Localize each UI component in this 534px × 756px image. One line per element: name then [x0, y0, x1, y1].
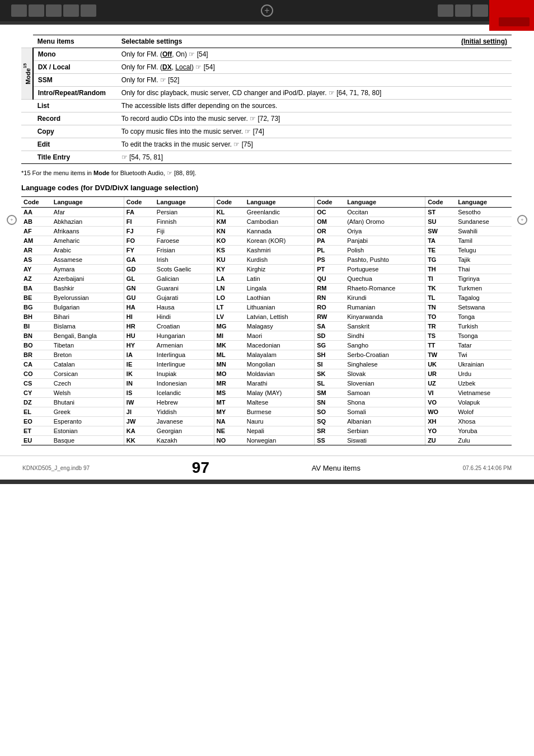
setting-mono: Only for FM. (Off, On) ☞ [54]	[117, 48, 445, 61]
menu-item-edit: Edit	[33, 138, 117, 151]
lang-code: MO	[214, 369, 245, 379]
setting-title: ☞ [54, 75, 81]	[117, 151, 445, 164]
lang-code: TK	[425, 284, 456, 293]
lang-name: Quechua	[345, 274, 425, 284]
lang-code: IS	[124, 388, 154, 398]
lang-name: Bihari	[51, 312, 124, 322]
col-header-lang5: Language	[456, 197, 512, 208]
lang-code: SW	[425, 227, 456, 236]
table-row: BHBihariHIHindiLVLatvian, LettishRWKinya…	[21, 312, 512, 322]
lang-code: NO	[214, 436, 245, 445]
lang-code: TA	[425, 236, 456, 246]
table-row: BABashkirGNGuaraniLNLingalaRMRhaeto-Roma…	[21, 284, 512, 293]
lang-name: Sanskrit	[345, 322, 425, 331]
lang-code: IK	[124, 369, 154, 379]
lang-name: Scots Gaelic	[154, 265, 214, 274]
table-row: BOTibetanHYArmenianMKMacedonianSGSanghoT…	[21, 341, 512, 350]
header-center-mark	[261, 4, 273, 17]
table-row: ABAbkhazianFIFinnishKMCambodianOM(Afan) …	[21, 217, 512, 227]
lang-code: IE	[124, 360, 154, 369]
lang-name: Nepali	[245, 426, 315, 436]
header-block-1	[11, 4, 27, 17]
lang-code: EU	[21, 436, 51, 445]
lang-code: WO	[425, 407, 456, 417]
table-row: CSCzechINIndonesianMRMarathiSLSlovenianU…	[21, 379, 512, 388]
footer-file-info: KDNXD505_J_eng.indb 97	[22, 465, 90, 471]
lang-name: Inupiak	[154, 369, 214, 379]
lang-name: Tigrinya	[456, 274, 512, 284]
red-accent	[489, 0, 534, 31]
table-row: BEByelorussianGUGujaratiLOLaothianRNKiru…	[21, 293, 512, 303]
lang-name: Somali	[345, 407, 425, 417]
lang-name: Tajik	[456, 255, 512, 265]
menu-item-copy: Copy	[33, 125, 117, 138]
lang-name: (Afan) Oromo	[345, 217, 425, 227]
lang-name: Esperanto	[51, 417, 124, 426]
lang-name: Interlingue	[154, 360, 214, 369]
lang-code: LA	[214, 274, 245, 284]
setting-copy: To copy music files into the music serve…	[117, 125, 445, 138]
table-row: Record To record audio CDs into the musi…	[21, 112, 512, 125]
lang-code: OC	[315, 208, 345, 217]
lang-code: ML	[214, 350, 245, 360]
lang-name: Fiji	[154, 227, 214, 236]
lang-name: Interlingua	[154, 350, 214, 360]
lang-code: SQ	[315, 417, 345, 426]
lang-name: Tagalog	[456, 293, 512, 303]
lang-name: Tamil	[456, 236, 512, 246]
lang-code: SM	[315, 388, 345, 398]
menu-item-ssm: SSM	[33, 74, 117, 87]
lang-code: KY	[214, 265, 245, 274]
lang-code: BI	[21, 322, 51, 331]
header-block-5	[81, 4, 96, 17]
lang-code: NA	[214, 417, 245, 426]
lang-name: Arabic	[51, 246, 124, 255]
lang-name: Javanese	[154, 417, 214, 426]
lang-code: SR	[315, 426, 345, 436]
lang-code: TG	[425, 255, 456, 265]
lang-code: MS	[214, 388, 245, 398]
col-header-code4: Code	[315, 197, 345, 208]
setting-ssm: Only for FM. ☞ [52]	[117, 74, 445, 87]
lang-code: BN	[21, 331, 51, 341]
lang-code: CS	[21, 379, 51, 388]
lang-name: Croatian	[154, 322, 214, 331]
lang-code: MI	[214, 331, 245, 341]
lang-name: Kirundi	[345, 293, 425, 303]
lang-name: Indonesian	[154, 379, 214, 388]
table-row: EUBasqueKKKazakhNONorwegianSSSiswatiZUZu…	[21, 436, 512, 445]
lang-name: Catalan	[51, 360, 124, 369]
table-row: Copy To copy music files into the music …	[21, 125, 512, 138]
table-row: CACatalanIEInterlingueMNMongolianSISingh…	[21, 360, 512, 369]
lang-name: Greek	[51, 407, 124, 417]
lang-code: MR	[214, 379, 245, 388]
header-left-decoration	[11, 4, 96, 17]
setting-edit: To edit the tracks in the music server. …	[117, 138, 445, 151]
lang-code: BA	[21, 284, 51, 293]
table-row: Intro/Repeat/Random Only for disc playba…	[21, 87, 512, 100]
lang-name: Bashkir	[51, 284, 124, 293]
table-row: BNBengali, BanglaHUHungarianMIMaoriSDSin…	[21, 331, 512, 341]
lang-code: TE	[425, 246, 456, 255]
lang-code: JW	[124, 417, 154, 426]
table-row: ELGreekJIYiddishMYBurmeseSOSomaliWOWolof	[21, 407, 512, 417]
table-row: Edit To edit the tracks in the music ser…	[21, 138, 512, 151]
lang-code: SU	[425, 217, 456, 227]
lang-name: Tsonga	[456, 331, 512, 341]
menu-item-mono: Mono	[33, 48, 117, 61]
lang-code: KL	[214, 208, 245, 217]
lang-name: Latvian, Lettish	[245, 312, 315, 322]
menu-table: Menu items Selectable settings (Initial …	[21, 35, 512, 164]
lang-code: XH	[425, 417, 456, 426]
lang-code: AA	[21, 208, 51, 217]
lang-name: Oriya	[345, 227, 425, 236]
lang-code: PA	[315, 236, 345, 246]
lang-name: Rhaeto-Romance	[345, 284, 425, 293]
lang-name: Yoruba	[456, 426, 512, 436]
header-block-r3	[472, 4, 488, 17]
lang-name: Aymara	[51, 265, 124, 274]
lang-name: Breton	[51, 350, 124, 360]
lang-name: Lingala	[245, 284, 315, 293]
lang-name: Bulgarian	[51, 303, 124, 312]
lang-name: Armenian	[154, 341, 214, 350]
